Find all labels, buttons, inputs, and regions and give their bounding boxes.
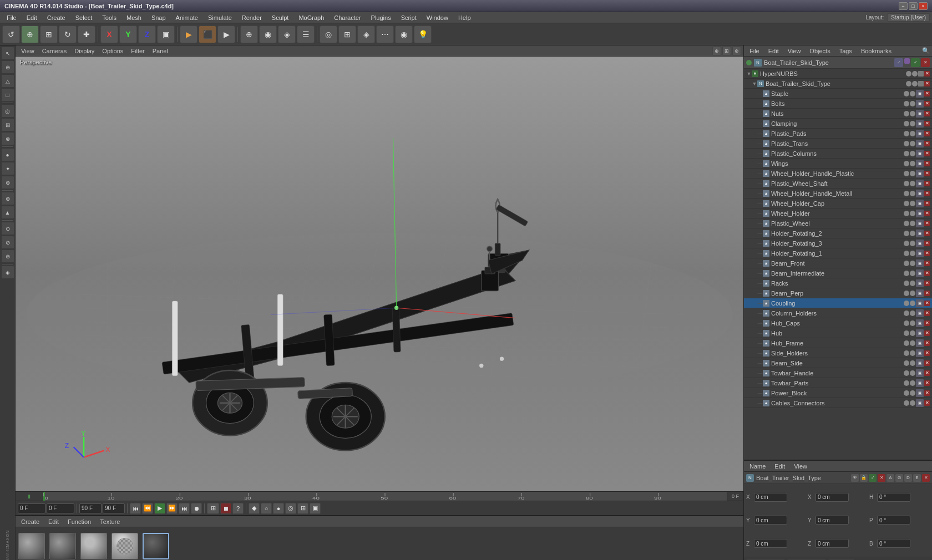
lt-model[interactable]: ● (1, 148, 14, 161)
size-h-field[interactable] (877, 493, 910, 502)
viewport-menu-options[interactable]: Options (99, 47, 126, 55)
menu-sculpt[interactable]: Sculpt (267, 13, 293, 22)
attr-menu-name[interactable]: Name (746, 462, 769, 470)
menu-animate[interactable]: Animate (171, 13, 202, 22)
om-item-bolts[interactable]: ― ▲ Bolts ▣ ✕ (744, 99, 932, 109)
om-item-racks[interactable]: ― ▲ Racks ▣ ✕ (744, 278, 932, 288)
om-search-icon[interactable]: 🔍 (922, 47, 930, 55)
bp-menu-create[interactable]: Create (18, 518, 43, 526)
lt-axis[interactable]: ⊛ (1, 176, 14, 189)
om-item-beam-intermediate[interactable]: ― ▲ Beam_Intermediate ▣ ✕ (744, 268, 932, 278)
menu-mograph[interactable]: MoGraph (294, 13, 328, 22)
pos-y-field[interactable] (754, 516, 787, 525)
goto-end-button[interactable]: ⏭ (179, 503, 190, 514)
om-item-plastic-wheel[interactable]: ― ▲ Plastic_Wheel ▣ ✕ (744, 218, 932, 228)
lt-render-region[interactable]: ⊘ (1, 236, 14, 249)
prev-frame-button[interactable]: ⏪ (142, 503, 153, 514)
lt-solo[interactable]: ⊙ (1, 222, 14, 235)
toolbar-floor[interactable]: ⊞ (338, 26, 356, 43)
toolbar-rotate[interactable]: ✚ (78, 26, 95, 43)
om-item-boat-trailer[interactable]: ▼ N Boat_Trailer_Skid_Type ✕ (744, 79, 932, 89)
toolbar-timeline[interactable]: ☰ (297, 26, 315, 43)
om-menu-bookmarks[interactable]: Bookmarks (858, 47, 895, 55)
menu-file[interactable]: File (2, 13, 21, 22)
track-manager-btn[interactable]: ⊞ (207, 503, 219, 514)
viewport-menu-cameras[interactable]: Cameras (39, 47, 70, 55)
menu-mesh[interactable]: Mesh (122, 13, 146, 22)
attr-icon-g[interactable]: G (895, 474, 903, 482)
attr-icon-lock[interactable]: 🔒 (860, 474, 868, 482)
pos-y2-field[interactable] (816, 516, 849, 525)
om-item-holder-rotating-2[interactable]: ― ▲ Holder_Rotating_2 ▣ ✕ (744, 228, 932, 238)
menu-plugins[interactable]: Plugins (367, 13, 396, 22)
lt-scale-tool[interactable]: □ (1, 88, 14, 101)
menu-select[interactable]: Select (71, 13, 97, 22)
om-menu-objects[interactable]: Objects (806, 47, 833, 55)
keyframe-btn-4[interactable]: ◎ (285, 503, 296, 514)
toolbar-play[interactable]: ◉ (259, 26, 277, 43)
om-item-beam-perp[interactable]: ― ▲ Beam_Perp ▣ ✕ (744, 288, 932, 298)
lt-snap-enable[interactable]: ⊕ (1, 192, 14, 205)
om-item-towbar-handle[interactable]: ― ▲ Towbar_Handle ▣ ✕ (744, 368, 932, 378)
keyframe-btn-2[interactable]: ○ (261, 503, 272, 514)
lt-point-mode[interactable]: ◎ (1, 104, 14, 118)
keyframe-btn-6[interactable]: ▣ (310, 503, 321, 514)
menu-snap[interactable]: Snap (147, 13, 170, 22)
om-item-power-block[interactable]: ― ▲ Power_Block ▣ ✕ (744, 388, 932, 398)
toolbar-z-axis[interactable]: Z (138, 26, 156, 43)
lt-poly-mode[interactable]: ⊗ (1, 132, 14, 145)
attr-icon-x[interactable]: ✕ (878, 474, 885, 482)
toolbar-render[interactable]: ⬛ (199, 26, 216, 43)
minimize-button[interactable]: − (899, 2, 908, 10)
toolbar-scale[interactable]: ↻ (59, 26, 77, 43)
attr-icon-check[interactable]: ✓ (869, 474, 877, 482)
om-item-staple[interactable]: ― ▲ Staple ▣ ✕ (744, 89, 932, 99)
toolbar-render-view[interactable]: ▶ (180, 26, 197, 43)
lt-texture[interactable]: ✦ (1, 162, 14, 175)
keyframe-btn-5[interactable]: ⊞ (297, 503, 308, 514)
attr-icon-e[interactable]: E (913, 474, 921, 482)
pos-x2-field[interactable] (816, 493, 849, 502)
om-item-beam-front[interactable]: ― ▲ Beam_Front ▣ ✕ (744, 258, 932, 268)
lt-rotate[interactable]: △ (1, 74, 14, 88)
om-item-wings[interactable]: ― ▲ Wings ▣ ✕ (744, 159, 932, 169)
om-item-plastic-columns[interactable]: ― ▲ Plastic_Columns ▣ ✕ (744, 149, 932, 159)
help-pb-button[interactable]: ? (232, 503, 244, 514)
om-item-holder-rotating-3[interactable]: ― ▲ Holder_Rotating_3 ▣ ✕ (744, 238, 932, 248)
toolbar-camera[interactable]: ◉ (395, 26, 413, 43)
attr-icon-x2[interactable]: ✕ (922, 474, 930, 482)
material-winch[interactable]: Winch_and (111, 533, 139, 561)
om-item-hub-caps[interactable]: ― ▲ Hub_Caps ▣ ✕ (744, 318, 932, 328)
play-button[interactable]: ▶ (154, 503, 165, 514)
toolbar-undo[interactable]: ↺ (2, 26, 20, 43)
menu-tools[interactable]: Tools (98, 13, 121, 22)
material-plastic[interactable]: Plastic (49, 533, 77, 561)
toolbar-move[interactable]: ⊞ (40, 26, 58, 43)
close-button[interactable]: × (919, 2, 928, 10)
menu-create[interactable]: Create (43, 13, 70, 22)
menu-character[interactable]: Character (330, 13, 365, 22)
om-item-hub-frame[interactable]: ― ▲ Hub_Frame ▣ ✕ (744, 338, 932, 348)
toolbar-render-settings[interactable]: ▶ (217, 26, 235, 43)
om-item-hub[interactable]: ― ▲ Hub ▣ ✕ (744, 328, 932, 338)
om-item-column-holders[interactable]: ― ▲ Column_Holders ▣ ✕ (744, 308, 932, 318)
pos-z2-field[interactable] (816, 539, 849, 548)
toolbar-light[interactable]: ◎ (320, 26, 337, 43)
toolbar-bulb[interactable]: 💡 (414, 26, 432, 43)
om-item-wheel-holder-cap[interactable]: ― ▲ Wheel_Holder_Cap ▣ ✕ (744, 198, 932, 208)
om-item-plastic-wheel-shaft[interactable]: ― ▲ Plastic_Wheel_Shaft ▣ ✕ (744, 179, 932, 189)
om-item-plastic-trans[interactable]: ― ▲ Plastic_Trans ▣ ✕ (744, 139, 932, 149)
toolbar-bg[interactable]: ⋯ (376, 26, 394, 43)
lt-configure[interactable]: ⊚ (1, 250, 14, 263)
viewport-menu-filter[interactable]: Filter (128, 47, 148, 55)
om-menu-tags[interactable]: Tags (836, 47, 855, 55)
om-item-wheel-holder-handle-metall[interactable]: ― ▲ Wheel_Holder_Handle_Metall ▣ ✕ (744, 189, 932, 198)
attr-icon-eye[interactable]: 👁 (851, 474, 859, 482)
bp-menu-texture[interactable]: Texture (97, 518, 123, 526)
om-menu-view[interactable]: View (784, 47, 804, 55)
stop-button[interactable]: ⏹ (220, 503, 231, 514)
viewport-menu-view[interactable]: View (18, 47, 38, 55)
om-item-side-holders[interactable]: ― ▲ Side_Holders ▣ ✕ (744, 348, 932, 358)
om-item-wheel-holder[interactable]: ― ▲ Wheel_Holder ▣ ✕ (744, 208, 932, 218)
lt-edge-mode[interactable]: ⊞ (1, 118, 14, 131)
